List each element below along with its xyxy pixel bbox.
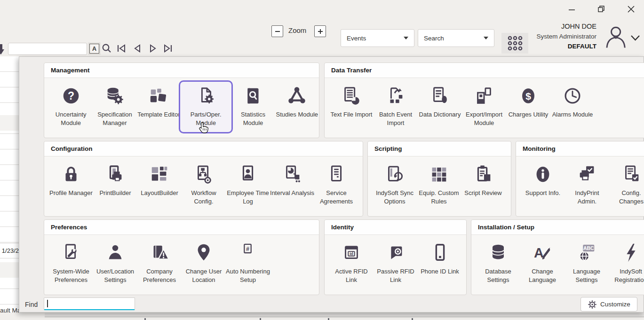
minimize-button[interactable] <box>566 4 577 15</box>
match-case-button[interactable]: A <box>88 42 101 55</box>
menu-item-system-wide-preferences[interactable]: System-Wide Preferences <box>49 242 93 284</box>
menu-item-user-location-settings[interactable]: User/Location Settings <box>93 242 137 284</box>
go-first-button[interactable] <box>116 43 127 54</box>
go-previous-button[interactable] <box>132 43 143 54</box>
menu-item-label: Batch Event Import <box>374 110 418 127</box>
menu-item-printbuilder[interactable]: PrintBuilder <box>93 163 137 197</box>
menu-item-service-agreements[interactable]: Service Agreements <box>314 163 358 206</box>
menu-item-specification-manager[interactable]: Specification Manager <box>93 85 136 127</box>
menu-item-label: Data Dictionary <box>419 110 461 119</box>
events-dropdown[interactable]: Events <box>341 29 414 47</box>
printer-check-icon <box>576 163 598 186</box>
bubble-eye-icon <box>384 242 407 264</box>
bottom-scroll-strip[interactable] <box>45 313 644 317</box>
dollar-circle-icon: $ <box>517 85 540 107</box>
user-name: JOHN DOE <box>536 23 596 30</box>
clipped-text-fragment <box>144 318 146 320</box>
menu-item-employee-time-log[interactable]: Employee Time Log <box>226 163 270 206</box>
menu-item-text-file-import[interactable]: Text File Import <box>329 85 374 119</box>
modules-menu-panel: Find Customize Management?Uncertainty Mo… <box>19 56 644 312</box>
menu-item-indyprint-admin[interactable]: IndyPrint Admin. <box>565 163 609 206</box>
menu-item-uncertainty-module[interactable]: ?Uncertainty Module <box>49 85 93 127</box>
menu-item-label: Phone ID Link <box>421 267 459 276</box>
document-gear-icon <box>195 85 217 107</box>
menu-item-charges-utility[interactable]: $Charges Utility <box>506 85 550 119</box>
group-title: Identity <box>325 220 466 235</box>
menu-item-export-import-module[interactable]: Export/Import Module <box>462 85 506 127</box>
group-title: Monitoring <box>516 141 644 156</box>
group-configuration: ConfigurationProfile ManagerPrintBuilder… <box>44 141 363 217</box>
menu-item-alarms-module[interactable]: Alarms Module <box>550 85 595 119</box>
menu-item-label: Support Info. <box>525 189 560 197</box>
menu-item-label: Interval Analysis <box>270 189 314 197</box>
go-last-button[interactable] <box>163 43 173 54</box>
flowchart-gear-icon <box>192 163 215 186</box>
menu-item-label: User/Location Settings <box>93 267 137 284</box>
customize-button[interactable]: Customize <box>580 297 637 312</box>
clipped-arrow-icon <box>0 44 4 55</box>
zoom-in-button[interactable] <box>314 25 326 37</box>
menu-item-change-user-location[interactable]: Change User Location <box>182 242 226 284</box>
menu-item-equip-custom-rules[interactable]: Equip. Custom Rules <box>417 163 461 206</box>
menu-item-label: Workflow Config. <box>182 189 226 206</box>
menu-item-indysoft-sync-options[interactable]: IndySoft Sync Options <box>373 163 417 206</box>
menu-item-language-settings[interactable]: ABCLanguage Settings <box>564 242 609 284</box>
menu-item-auto-numbering-setup[interactable]: #Auto Numbering Setup <box>226 242 270 284</box>
events-dropdown-value: Events <box>347 35 366 42</box>
zoom-out-button[interactable] <box>271 25 283 37</box>
menu-item-batch-event-import[interactable]: Batch Event Import <box>374 85 418 127</box>
close-button[interactable] <box>626 4 636 14</box>
menu-item-label: Uncertainty Module <box>49 110 93 127</box>
background-bottom-text: ault Ma <box>0 307 21 314</box>
menu-item-workflow-config[interactable]: Workflow Config. <box>182 163 226 206</box>
menu-item-database-settings[interactable]: Database Settings <box>476 242 520 284</box>
search-button[interactable] <box>102 43 112 54</box>
lightning-icon <box>620 242 642 264</box>
restore-button[interactable] <box>596 4 606 14</box>
menu-item-active-rfid-link[interactable]: IdActive RFID Link <box>329 242 374 284</box>
apps-grid-button[interactable] <box>501 33 528 54</box>
quick-search-input[interactable] <box>8 43 87 55</box>
menu-item-support-info[interactable]: Support Info. <box>521 163 565 197</box>
chevron-down-icon <box>484 37 488 39</box>
background-date-cell: 1/23/2 <box>0 243 19 258</box>
restore-icon <box>597 5 605 13</box>
menu-item-parts-oper-module[interactable]: Parts/Oper. Module <box>180 82 231 132</box>
abc-globe-icon: ABC <box>575 242 598 264</box>
go-next-button[interactable] <box>148 43 158 54</box>
find-input[interactable] <box>44 297 135 310</box>
menu-item-data-dictionary[interactable]: Data Dictionary <box>418 85 462 119</box>
text-caret <box>47 300 48 307</box>
menu-item-layoutbuilder[interactable]: LayoutBuilder <box>137 163 182 197</box>
menu-item-label: Export/Import Module <box>462 110 506 127</box>
menu-item-label: Statistics Module <box>231 110 275 127</box>
menu-item-template-editor[interactable]: Template Editor <box>137 85 181 119</box>
apps-grid-icon <box>507 35 523 51</box>
menu-item-config-changes[interactable]: Config. Changes <box>609 163 644 206</box>
menu-item-script-review[interactable]: Script Review <box>461 163 505 197</box>
box-document-icon <box>473 85 495 107</box>
group-title: Scripting <box>368 141 511 156</box>
group-title: Installation / Setup <box>471 220 644 235</box>
search-dropdown[interactable]: Search <box>418 29 494 47</box>
svg-text:A: A <box>534 245 544 260</box>
clipped-text-fragment <box>328 318 329 320</box>
next-icon <box>149 44 157 53</box>
menu-item-interval-analysis[interactable]: Interval Analysis <box>270 163 314 197</box>
menu-item-label: Alarms Module <box>552 110 593 119</box>
user-menu-toggle[interactable] <box>630 35 640 43</box>
document-check-icon <box>620 163 643 186</box>
menu-item-passive-rfid-link[interactable]: Passive RFID Link <box>374 242 418 284</box>
svg-text:#: # <box>246 246 249 252</box>
group-scripting: ScriptingIndySoft Sync OptionsEquip. Cus… <box>367 141 511 217</box>
menu-item-change-language[interactable]: AChange Language <box>520 242 564 284</box>
user-avatar[interactable] <box>603 24 628 52</box>
id-window-icon: Id <box>340 242 363 264</box>
menu-item-statistics-module[interactable]: Statistics Module <box>231 85 275 127</box>
menu-item-studies-module[interactable]: Studies Module <box>275 85 319 119</box>
menu-item-profile-manager[interactable]: Profile Manager <box>49 163 93 197</box>
menu-item-phone-id-link[interactable]: Phone ID Link <box>418 242 462 276</box>
menu-item-indysoft-registration[interactable]: IndySoft Registration <box>609 242 644 284</box>
clipped-text-fragment <box>260 318 261 320</box>
menu-item-company-preferences[interactable]: Company Preferences <box>137 242 182 284</box>
